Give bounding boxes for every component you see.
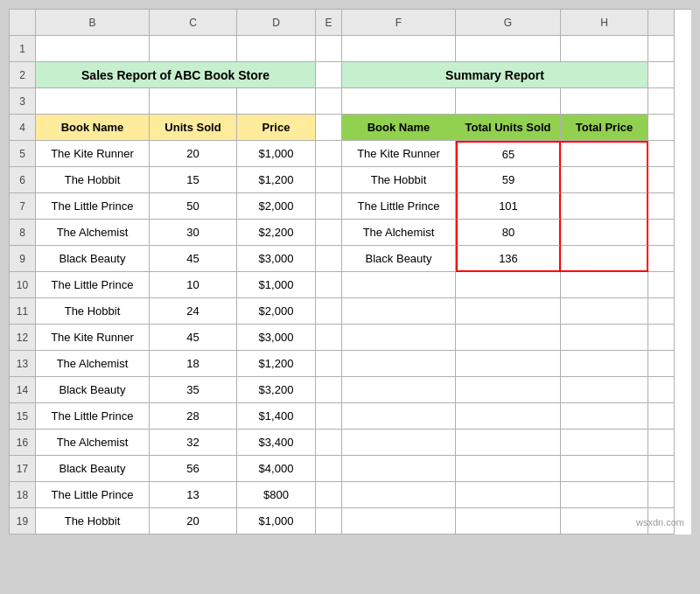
e8 <box>316 220 342 246</box>
extra17 <box>648 456 675 482</box>
b10: The Little Prince <box>36 272 150 298</box>
g11 <box>456 298 561 325</box>
e13 <box>316 351 342 377</box>
h11 <box>561 298 648 325</box>
f15 <box>342 403 456 430</box>
h7 <box>561 193 648 220</box>
h3 <box>561 88 648 115</box>
b6: The Hobbit <box>36 167 150 193</box>
c11: 24 <box>150 298 237 325</box>
row-5: 5 <box>10 141 36 167</box>
c12: 45 <box>150 325 237 351</box>
b19: The Hobbit <box>36 508 150 535</box>
f12 <box>342 325 456 351</box>
d11: $2,000 <box>237 298 316 325</box>
row-12: 12 <box>10 325 36 351</box>
right-header-total-price: Total Price <box>561 115 648 141</box>
row-9: 9 <box>10 246 36 272</box>
h8 <box>561 220 648 246</box>
watermark: wsxdn.com <box>636 517 684 528</box>
b1 <box>36 36 150 62</box>
left-header-book: Book Name <box>36 115 150 141</box>
b9: Black Beauty <box>36 246 150 272</box>
f18 <box>342 482 456 508</box>
row-7: 7 <box>10 193 36 220</box>
h6 <box>561 167 648 193</box>
extra10 <box>648 272 675 298</box>
f9: Black Beauty <box>342 246 456 272</box>
g6: 59 <box>456 167 561 193</box>
extra14 <box>648 377 675 403</box>
col-header-g: G <box>456 10 561 36</box>
extra2 <box>648 62 675 88</box>
b18: The Little Prince <box>36 482 150 508</box>
col-header-f: F <box>342 10 456 36</box>
g8: 80 <box>456 220 561 246</box>
f19 <box>342 508 456 535</box>
f17 <box>342 456 456 482</box>
b7: The Little Prince <box>36 193 150 220</box>
col-header-d: D <box>237 10 316 36</box>
extra6 <box>648 167 675 193</box>
b17: Black Beauty <box>36 456 150 482</box>
b16: The Alchemist <box>36 430 150 456</box>
d3 <box>237 88 316 115</box>
h12 <box>561 325 648 351</box>
d14: $3,200 <box>237 377 316 403</box>
row-2: 2 <box>10 62 36 88</box>
row-3: 3 <box>10 88 36 115</box>
row-15: 15 <box>10 403 36 430</box>
g3 <box>456 88 561 115</box>
c3 <box>150 88 237 115</box>
e16 <box>316 430 342 456</box>
d8: $2,200 <box>237 220 316 246</box>
e9 <box>316 246 342 272</box>
g14 <box>456 377 561 403</box>
e11 <box>316 298 342 325</box>
h1 <box>561 36 648 62</box>
f13 <box>342 351 456 377</box>
e15 <box>316 403 342 430</box>
h13 <box>561 351 648 377</box>
c19: 20 <box>150 508 237 535</box>
f16 <box>342 430 456 456</box>
g12 <box>456 325 561 351</box>
title-left: Sales Report of ABC Book Store <box>36 62 316 88</box>
b11: The Hobbit <box>36 298 150 325</box>
e18 <box>316 482 342 508</box>
c7: 50 <box>150 193 237 220</box>
d18: $800 <box>237 482 316 508</box>
h9 <box>561 246 648 272</box>
extra5 <box>648 141 675 167</box>
d6: $1,200 <box>237 167 316 193</box>
c14: 35 <box>150 377 237 403</box>
extra9 <box>648 246 675 272</box>
left-header-units: Units Sold <box>150 115 237 141</box>
b3 <box>36 88 150 115</box>
row-6: 6 <box>10 167 36 193</box>
f1 <box>342 36 456 62</box>
d1 <box>237 36 316 62</box>
d17: $4,000 <box>237 456 316 482</box>
d16: $3,400 <box>237 430 316 456</box>
e3 <box>316 88 342 115</box>
h5 <box>561 141 648 167</box>
extra16 <box>648 430 675 456</box>
c13: 18 <box>150 351 237 377</box>
c10: 10 <box>150 272 237 298</box>
extra11 <box>648 298 675 325</box>
extra7 <box>648 193 675 220</box>
row-10: 10 <box>10 272 36 298</box>
g16 <box>456 430 561 456</box>
e19 <box>316 508 342 535</box>
row-17: 17 <box>10 456 36 482</box>
c18: 13 <box>150 482 237 508</box>
h14 <box>561 377 648 403</box>
row-8: 8 <box>10 220 36 246</box>
extra18 <box>648 482 675 508</box>
extra12 <box>648 325 675 351</box>
d7: $2,000 <box>237 193 316 220</box>
row-4: 4 <box>10 115 36 141</box>
g19 <box>456 508 561 535</box>
h10 <box>561 272 648 298</box>
